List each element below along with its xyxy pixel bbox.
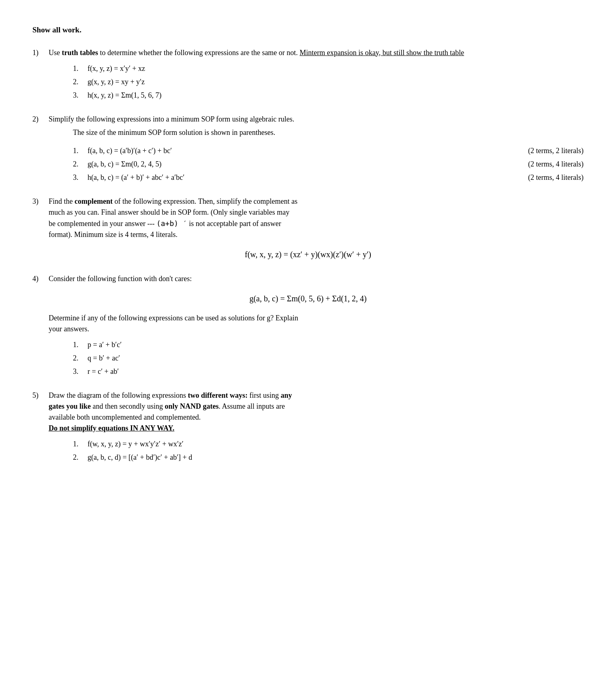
problem-3-intro-5: is not acceptable part of answer xyxy=(187,220,281,228)
problem-3-mono: (a+b) ′ xyxy=(156,219,187,228)
problem-3-intro-2: of the following expression. Then, simpl… xyxy=(113,197,297,205)
problem-1: 1) Use truth tables to determine whether… xyxy=(32,47,584,101)
problem-2-sub-items: 1. f(a, b, c) = (a′b)′(a + c′) + bc′ (2 … xyxy=(73,145,584,183)
problem-5-number: 5) xyxy=(32,390,49,401)
problem-3-bold: complement xyxy=(75,197,113,205)
problem-5-text: Draw the diagram of the following expres… xyxy=(49,390,584,434)
problem-5-intro-2: first using xyxy=(248,391,281,399)
problem-4-body-2: your answers. xyxy=(49,324,584,335)
problem-5-item-2: 2. g(a, b, c, d) = [(a′ + bd′)c′ + ab′] … xyxy=(73,452,584,463)
problem-1-intro: Use xyxy=(49,49,62,57)
problem-2-intro2: The size of the minimum SOP form solutio… xyxy=(73,127,584,138)
problem-5-bold-1: two different ways: xyxy=(188,391,248,399)
problem-5-sub-items: 1. f(w, x, y, z) = y + wx′y′z′ + wx′z′ 2… xyxy=(73,439,584,463)
problem-4-item-2: 2. q = b′ + ac′ xyxy=(73,353,584,364)
problem-5-item-1: 1. f(w, x, y, z) = y + wx′y′z′ + wx′z′ xyxy=(73,439,584,450)
problem-4-body-1: Determine if any of the following expres… xyxy=(49,313,584,324)
problem-3-text: Find the complement of the following exp… xyxy=(49,196,584,240)
problem-5-note: Do not simplify equations IN ANY WAY. xyxy=(49,424,174,432)
problem-2-intro: Simplify the following expressions into … xyxy=(49,114,584,125)
problem-4-intro: Consider the following function with don… xyxy=(49,275,192,283)
problem-1-item-3: 3. h(x, y, z) = Σm(1, 5, 6, 7) xyxy=(73,90,584,101)
problem-4-text: Consider the following function with don… xyxy=(49,273,584,284)
problem-5: 5) Draw the diagram of the following exp… xyxy=(32,390,584,463)
problem-1-bold: truth tables xyxy=(62,49,98,57)
problem-1-text: Use truth tables to determine whether th… xyxy=(49,47,584,58)
problem-4-item-3: 3. r = c′ + ab′ xyxy=(73,366,584,377)
problem-4-item-1: 1. p = a′ + b′c′ xyxy=(73,339,584,350)
problem-5-bold-gates: gates you like xyxy=(49,402,91,410)
problem-4-sub-items: 1. p = a′ + b′c′ 2. q = b′ + ac′ 3. r = … xyxy=(73,339,584,377)
show-all-work: Show all work. xyxy=(32,24,584,36)
problem-5-intro-5: available both uncomplemented and comple… xyxy=(49,413,201,421)
problem-2-item-2: 2. g(a, b, c) = Σm(0, 2, 4, 5) (2 terms,… xyxy=(73,159,584,170)
problem-2-number: 2) xyxy=(32,114,49,125)
problem-5-bold-2: any xyxy=(281,391,292,399)
problem-3-intro-1: Find the xyxy=(49,197,75,205)
problem-1-sub-items: 1. f(x, y, z) = x′y′ + xz 2. g(x, y, z) … xyxy=(73,63,584,101)
problem-5-bold-3: only NAND gates xyxy=(165,402,219,410)
problem-1-number: 1) xyxy=(32,47,49,58)
problem-1-item-2: 2. g(x, y, z) = xy + y′z xyxy=(73,77,584,87)
problem-1-item-1: 1. f(x, y, z) = x′y′ + xz xyxy=(73,63,584,74)
problem-5-intro-3: and then secondly using xyxy=(91,402,165,410)
problem-2-item-1: 1. f(a, b, c) = (a′b)′(a + c′) + bc′ (2 … xyxy=(73,145,584,156)
problem-3: 3) Find the complement of the following … xyxy=(32,196,584,260)
problem-5-intro-1: Draw the diagram of the following expres… xyxy=(49,391,188,399)
problem-1-underline: Minterm expansion is okay, but still sho… xyxy=(299,49,464,57)
problem-5-intro-4: . Assume all inputs are xyxy=(219,402,285,410)
problem-3-number: 3) xyxy=(32,196,49,207)
problem-3-intro-6: format). Minimum size is 4 terms, 4 lite… xyxy=(49,230,178,239)
problem-2-item-3: 3. h(a, b, c) = (a′ + b)′ + abc′ + a′bc′… xyxy=(73,172,584,183)
problem-3-intro-3: much as you can. Final answer should be … xyxy=(49,208,289,216)
problem-4: 4) Consider the following function with … xyxy=(32,273,584,377)
problem-1-rest: to determine whether the following expre… xyxy=(98,49,299,57)
problem-2: 2) Simplify the following expressions in… xyxy=(32,114,584,183)
problem-4-number: 4) xyxy=(32,273,49,284)
problem-4-formula: g(a, b, c) = Σm(0, 5, 6) + Σd(1, 2, 4) xyxy=(32,292,584,305)
problem-4-body: Determine if any of the following expres… xyxy=(49,313,584,335)
problem-2-text: Simplify the following expressions into … xyxy=(49,114,584,141)
problem-3-intro-4: be complemented in your answer --- xyxy=(49,220,156,228)
problem-3-formula: f(w, x, y, z) = (xz′ + y)(wx)(z′)(w′ + y… xyxy=(32,248,584,260)
